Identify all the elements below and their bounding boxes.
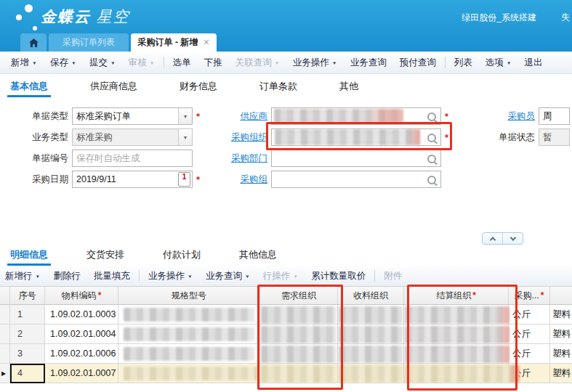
- name-cell[interactable]: 塑料: [550, 344, 572, 364]
- submit-button[interactable]: 提交▼: [83, 52, 122, 73]
- purchase-group-label-link[interactable]: 采购组: [202, 173, 267, 186]
- add-row-button[interactable]: 新增行▼: [0, 266, 47, 286]
- row-indicator-cell[interactable]: [0, 324, 10, 344]
- supplier-label-link[interactable]: 供应商: [202, 110, 267, 123]
- list-button[interactable]: 列表: [448, 52, 479, 73]
- col-header-material-code[interactable]: 物料编码*: [45, 286, 118, 305]
- new-button[interactable]: 新增▼: [4, 52, 44, 73]
- seq-cell[interactable]: 3: [10, 344, 45, 364]
- row-indicator-cell[interactable]: [0, 344, 10, 364]
- col-header-seq[interactable]: 序号: [10, 286, 45, 305]
- doc-no-input[interactable]: 保存时自动生成: [72, 150, 193, 167]
- tab-home[interactable]: [20, 33, 47, 52]
- close-icon[interactable]: ✕: [203, 38, 209, 47]
- tab-basic-info[interactable]: 基本信息: [7, 75, 51, 97]
- grid-header-row: 序号 物料编码* 规格型号 需求组织 收料组织 结算组织* 采购...*: [0, 286, 572, 305]
- business-operation-button[interactable]: 业务操作▼: [286, 52, 344, 73]
- doc-type-row: 单据类型 标准采购订单 ▼ *: [26, 107, 200, 126]
- doc-type-select[interactable]: 标准采购订单 ▼: [72, 107, 193, 125]
- row-indicator-cell[interactable]: ▶: [0, 364, 10, 383]
- options-button[interactable]: 选项▼: [479, 52, 518, 73]
- material-code-cell[interactable]: 1.09.02.01.0007: [45, 364, 118, 383]
- delete-row-button[interactable]: 删除行: [47, 266, 87, 286]
- select-order-button[interactable]: 选单: [166, 52, 198, 73]
- purchase-group-row: 采购组: [202, 170, 441, 189]
- unit-cell[interactable]: 公斤: [509, 305, 550, 324]
- unit-cell[interactable]: 公斤: [509, 324, 550, 344]
- search-icon[interactable]: [427, 134, 436, 142]
- col-header-demand-org[interactable]: 需求组织: [260, 286, 338, 305]
- redacted-purchase-org-value: [275, 129, 420, 145]
- search-icon[interactable]: [427, 155, 436, 163]
- tab-delivery-plan[interactable]: 交货安排: [84, 244, 127, 266]
- collapse-down-button[interactable]: [502, 233, 523, 244]
- material-code-cell[interactable]: 1.09.02.01.0003: [45, 305, 118, 324]
- row-operation-button: 行操作▼: [257, 266, 305, 286]
- search-icon[interactable]: [427, 176, 436, 184]
- purchase-dept-label-link[interactable]: 采购部门: [202, 152, 267, 165]
- redacted-demand-org-value: [261, 306, 337, 324]
- purchaser-label-link[interactable]: 采购员: [480, 110, 535, 123]
- tab-payment-plan[interactable]: 付款计划: [160, 244, 204, 266]
- chevron-up-icon: [489, 237, 495, 242]
- purchase-org-label-link[interactable]: 采购组织: [202, 131, 267, 144]
- detail-business-operation-button[interactable]: 业务操作▼: [142, 266, 199, 286]
- exit-button[interactable]: 退出: [518, 52, 549, 73]
- redacted-settle-org-value: [405, 306, 509, 324]
- name-cell[interactable]: 塑料: [550, 324, 572, 344]
- related-query-button: 关联查询▼: [229, 52, 286, 73]
- seq-cell[interactable]: 2: [10, 324, 45, 344]
- purchase-dept-input[interactable]: [271, 150, 441, 167]
- material-code-cell[interactable]: 1.09.02.01.0004: [45, 324, 118, 344]
- redacted-spec-value: [124, 347, 254, 361]
- tab-finance-info[interactable]: 财务信息: [177, 75, 220, 97]
- chevron-down-icon: ▼: [110, 60, 116, 65]
- col-header-purchase-truncated[interactable]: 采购...*: [509, 286, 550, 305]
- push-down-button[interactable]: 下推: [198, 52, 229, 73]
- doc-type-label: 单据类型: [26, 110, 68, 123]
- logo-dot: [16, 15, 22, 20]
- tab-supplier-info[interactable]: 供应商信息: [87, 75, 140, 97]
- tab-order-terms[interactable]: 订单条款: [257, 75, 300, 97]
- seq-cell[interactable]: 1: [10, 305, 45, 324]
- detail-business-query-button[interactable]: 业务查询▼: [199, 266, 257, 286]
- chevron-down-icon: ▼: [507, 60, 512, 65]
- cumulative-qty-pricing-button[interactable]: 累计数量取价: [305, 266, 372, 286]
- tab-purchase-order-list[interactable]: 采购订单列表: [49, 33, 129, 52]
- collapse-up-button[interactable]: [483, 233, 502, 244]
- required-mark: *: [445, 132, 448, 143]
- logo-text-light: 星空: [97, 8, 130, 25]
- name-cell[interactable]: 塑料: [550, 305, 572, 324]
- col-header-cut: [550, 286, 572, 305]
- home-icon: [28, 38, 39, 48]
- app-header: 金蝶云 星空 绿田股份_系统搭建 失 采购订单列表 采购订单 - 新增 ✕: [0, 0, 572, 52]
- row-indicator-cell[interactable]: [0, 305, 10, 324]
- purchase-group-input[interactable]: [271, 171, 441, 188]
- chevron-down-icon: ▼: [150, 60, 155, 65]
- col-header-spec[interactable]: 规格型号: [118, 286, 260, 305]
- save-button[interactable]: 保存▼: [44, 52, 83, 73]
- doc-status-row: 单据状态 暂: [480, 128, 570, 147]
- tab-detail-info[interactable]: 明细信息: [7, 244, 51, 266]
- seq-cell-current[interactable]: 4: [10, 364, 45, 383]
- tab-other-info[interactable]: 其他信息: [236, 244, 280, 266]
- tab-other[interactable]: 其他: [337, 75, 361, 97]
- chevron-down-icon: ▼: [178, 129, 192, 145]
- material-code-cell[interactable]: 1.09.02.01.0006: [45, 344, 118, 364]
- name-cell[interactable]: 塑料: [550, 364, 572, 383]
- user-menu-cut[interactable]: 失: [561, 12, 570, 24]
- business-query-button[interactable]: 业务查询: [344, 52, 393, 73]
- prepay-query-button[interactable]: 预付查询: [393, 52, 443, 73]
- tab-purchase-order-new[interactable]: 采购订单 - 新增 ✕: [131, 33, 217, 52]
- calendar-icon[interactable]: 1: [178, 172, 190, 187]
- search-icon[interactable]: [427, 113, 436, 121]
- col-header-receive-org[interactable]: 收料组织: [338, 286, 404, 305]
- main-toolbar: 新增▼ 保存▼ 提交▼ 审核▼ 选单 下推 关联查询▼ 业务操作▼ 业务查询 预…: [0, 52, 572, 74]
- col-header-settle-org[interactable]: 结算组织*: [404, 286, 509, 305]
- toolbar-separator: [445, 57, 446, 68]
- purchase-date-input[interactable]: 2019/9/11 1: [72, 171, 193, 188]
- purchaser-input[interactable]: 周: [539, 107, 570, 125]
- unit-cell[interactable]: 公斤: [509, 344, 550, 364]
- batch-fill-button[interactable]: 批量填充: [87, 266, 137, 286]
- chevron-down-icon[interactable]: ▼: [178, 108, 192, 124]
